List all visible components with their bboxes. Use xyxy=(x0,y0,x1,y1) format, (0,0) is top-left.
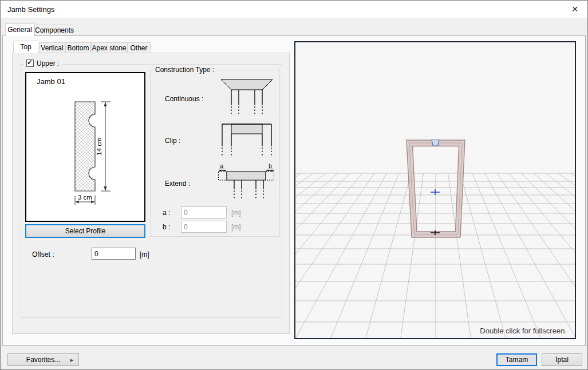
construction-type-legend: Construction Type : xyxy=(153,66,216,74)
fullscreen-hint: Double click for fullscreen. xyxy=(480,327,567,335)
clip-diagram xyxy=(217,120,277,160)
upper-checkbox[interactable]: ✓ xyxy=(26,59,34,67)
extend-b-letter: b xyxy=(269,163,272,169)
subtab-top-label: Top xyxy=(20,43,31,51)
ok-label: Tamam xyxy=(506,355,528,364)
subtab-other[interactable]: Other xyxy=(127,42,151,53)
b-unit: [m] xyxy=(231,223,241,231)
offset-unit: [m] xyxy=(140,250,149,258)
checkmark-icon: ✓ xyxy=(27,58,33,66)
profile-drawing: 14 cm 3 cm xyxy=(26,73,144,221)
extend-diagram: a b xyxy=(217,162,277,202)
profile-name: Jamb 01 xyxy=(37,77,65,86)
tab-components[interactable]: Components xyxy=(34,25,73,36)
titlebar: Jamb Settings ✕ xyxy=(1,1,587,18)
tab-components-label: Components xyxy=(35,26,74,34)
b-input[interactable] xyxy=(181,221,227,233)
subtab-vertical[interactable]: Vertical xyxy=(39,42,65,53)
height-dim-label: 14 cm xyxy=(96,137,102,155)
preview-3d-viewport[interactable]: Double click for fullscreen. xyxy=(294,41,576,339)
grid-floor xyxy=(295,173,575,338)
subtab-apex-stone[interactable]: Apex stone xyxy=(91,42,127,53)
upper-label: Upper : xyxy=(37,59,59,67)
origin-marker-blue xyxy=(431,189,440,195)
favorites-menu-arrow-icon: ▸ xyxy=(70,356,73,364)
jamb-profile-shape xyxy=(75,102,95,191)
cancel-button[interactable]: İptal xyxy=(542,353,582,366)
subtab-top[interactable]: Top xyxy=(13,41,38,53)
tab-general[interactable]: General xyxy=(5,23,34,36)
upper-legend: ✓Upper : xyxy=(24,59,61,67)
favorites-label: Favorites... xyxy=(26,354,60,364)
radio-clip-label: Clip : xyxy=(165,137,180,145)
cancel-label: İptal xyxy=(555,354,569,364)
footer-separator xyxy=(1,345,587,346)
a-label: a : xyxy=(163,209,170,217)
preview-3d-canvas xyxy=(295,42,575,338)
window-title: Jamb Settings xyxy=(7,5,54,14)
jamb-settings-dialog: Jamb Settings ✕ General Components Top V… xyxy=(0,0,588,370)
subtab-vertical-label: Vertical xyxy=(41,44,63,52)
select-profile-label: Select Profile xyxy=(65,225,106,235)
ok-button[interactable]: Tamam xyxy=(496,353,537,366)
width-dim-label: 3 cm xyxy=(78,194,92,201)
continuous-diagram xyxy=(217,75,277,116)
a-input[interactable] xyxy=(181,206,227,218)
offset-label: Offset : xyxy=(32,250,54,258)
a-unit: [m] xyxy=(231,209,241,217)
offset-input[interactable] xyxy=(92,248,136,260)
profile-preview-box: Jamb 01 14 cm xyxy=(25,72,145,222)
top-handle-cube xyxy=(432,140,439,146)
tab-general-label: General xyxy=(7,26,32,34)
favorites-button[interactable]: Favorites... ▸ xyxy=(7,353,79,366)
radio-continuous-label: Continuous : xyxy=(165,95,203,103)
subtab-bottom-label: Bottom xyxy=(67,44,89,52)
radio-extend-label: Extend : xyxy=(165,180,190,188)
subtab-other-label: Other xyxy=(130,44,147,52)
select-profile-button[interactable]: Select Profile xyxy=(25,224,145,238)
subtab-bottom[interactable]: Bottom xyxy=(65,42,91,53)
close-icon[interactable]: ✕ xyxy=(569,4,581,14)
b-label: b : xyxy=(163,223,170,231)
subtab-apex-stone-label: Apex stone xyxy=(92,44,126,52)
extend-a-letter: a xyxy=(220,163,223,169)
